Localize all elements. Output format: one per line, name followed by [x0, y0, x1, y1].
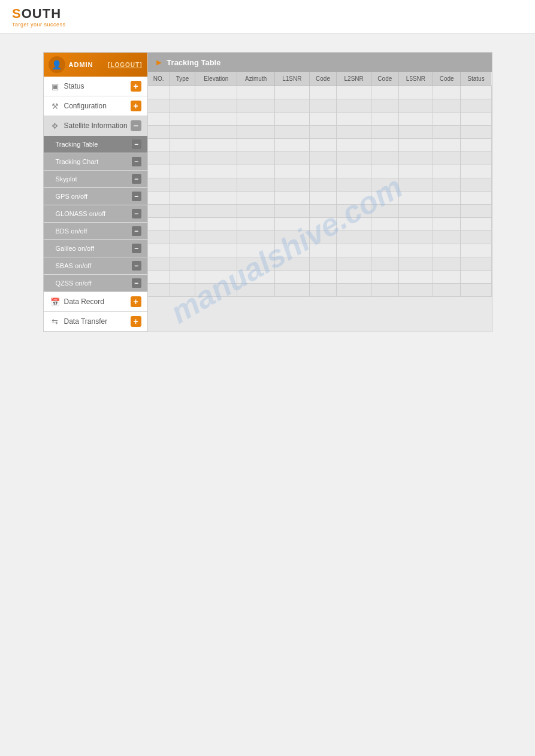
sidebar-sub-sbas-onoff[interactable]: SBAS on/off − [44, 257, 147, 275]
table-row [148, 284, 492, 297]
satellite-toggle[interactable]: − [131, 120, 141, 131]
skyplot-toggle[interactable]: − [132, 174, 141, 184]
sidebar-sub-tracking-table[interactable]: Tracking Table − [44, 136, 147, 153]
tracking-chart-label: Tracking Chart [56, 158, 132, 165]
galileo-onoff-toggle[interactable]: − [132, 244, 141, 253]
sidebar-sub-galileo-onoff[interactable]: Galileo on/off − [44, 240, 147, 257]
sidebar-item-status[interactable]: ▣ Status + [44, 77, 147, 96]
qzss-onoff-label: QZSS on/off [56, 280, 132, 287]
configuration-label: Configuration [64, 102, 131, 110]
col-l1snr: L1SNR [275, 72, 309, 86]
bds-onoff-toggle[interactable]: − [132, 226, 141, 236]
skyplot-label: Skyplot [56, 175, 132, 183]
table-row [148, 192, 492, 205]
logo-tagline: Target your success [12, 22, 66, 28]
data-record-label: Data Record [64, 297, 131, 306]
col-azimuth: Azimuth [237, 72, 275, 86]
sidebar: 👤 admin [logout] ▣ Status + ⚒ Configurat… [43, 52, 148, 332]
table-row [148, 165, 492, 178]
logo-rest: OUTH [22, 6, 61, 21]
username-label: admin [69, 61, 105, 68]
table-row [148, 244, 492, 257]
bds-onoff-label: BDS on/off [56, 227, 132, 235]
table-row [148, 205, 492, 218]
glonass-onoff-label: GLONASS on/off [56, 210, 132, 217]
sidebar-sub-qzss-onoff[interactable]: QZSS on/off − [44, 275, 147, 292]
col-code1: Code [309, 72, 337, 86]
col-l5snr: L5SNR [398, 72, 433, 86]
transfer-icon: ⇆ [50, 316, 61, 327]
logout-button[interactable]: [logout] [108, 62, 142, 68]
gps-onoff-label: GPS on/off [56, 193, 132, 200]
table-row [148, 231, 492, 244]
tracking-table: NO. Type Elevation Azimuth L1SNR Code L2… [148, 72, 492, 297]
calendar-icon: 📅 [50, 296, 61, 307]
table-row [148, 178, 492, 192]
table-row [148, 86, 492, 99]
col-no: NO. [148, 72, 170, 86]
logo: SOUTH Target your success [12, 6, 66, 28]
galileo-onoff-label: Galileo on/off [56, 245, 132, 252]
configuration-toggle[interactable]: + [131, 101, 141, 111]
table-row [148, 271, 492, 284]
satellite-label: Satellite Information [64, 122, 131, 130]
qzss-onoff-toggle[interactable]: − [132, 278, 141, 288]
tracking-chart-toggle[interactable]: − [132, 157, 141, 166]
table-row [148, 218, 492, 231]
main-container: 👤 admin [logout] ▣ Status + ⚒ Configurat… [43, 52, 492, 332]
table-row [148, 152, 492, 165]
sidebar-sub-tracking-chart[interactable]: Tracking Chart − [44, 153, 147, 171]
content-area: ► Tracking Table NO. Type Elevation Azim… [148, 52, 492, 332]
header: SOUTH Target your success [0, 0, 535, 34]
data-transfer-toggle[interactable]: + [131, 316, 141, 327]
tracking-table-toggle[interactable]: − [132, 139, 141, 149]
sidebar-sub-gps-onoff[interactable]: GPS on/off − [44, 188, 147, 205]
sidebar-sub-bds-onoff[interactable]: BDS on/off − [44, 223, 147, 240]
table-header-row: NO. Type Elevation Azimuth L1SNR Code L2… [148, 72, 492, 86]
table-row [148, 99, 492, 113]
user-avatar-icon: 👤 [49, 56, 65, 73]
content-header: ► Tracking Table [148, 53, 492, 72]
sbas-onoff-label: SBAS on/off [56, 262, 132, 269]
wrench-icon: ⚒ [50, 101, 61, 111]
glonass-onoff-toggle[interactable]: − [132, 209, 141, 218]
col-code2: Code [371, 72, 398, 86]
satellite-icon: ✥ [50, 120, 61, 131]
col-status: Status [461, 72, 491, 86]
data-record-toggle[interactable]: + [131, 296, 141, 307]
logo-text: SOUTH [12, 6, 66, 22]
col-l2snr: L2SNR [337, 72, 371, 86]
table-row [148, 139, 492, 152]
sidebar-item-data-transfer[interactable]: ⇆ Data Transfer + [44, 312, 147, 332]
col-elevation: Elevation [195, 72, 237, 86]
data-transfer-label: Data Transfer [64, 317, 131, 326]
content-title: Tracking Table [167, 58, 220, 67]
col-code3: Code [433, 72, 461, 86]
welcome-banner: 👤 admin [logout] [44, 53, 147, 77]
sidebar-item-data-record[interactable]: 📅 Data Record + [44, 292, 147, 312]
col-type: Type [170, 72, 195, 86]
header-arrow-icon: ► [155, 57, 164, 67]
tracking-table-wrapper: NO. Type Elevation Azimuth L1SNR Code L2… [148, 72, 492, 297]
sidebar-item-configuration[interactable]: ⚒ Configuration + [44, 96, 147, 116]
sbas-onoff-toggle[interactable]: − [132, 261, 141, 271]
table-row [148, 126, 492, 139]
tracking-table-label: Tracking Table [56, 141, 132, 148]
logo-s: S [12, 6, 22, 21]
table-row [148, 257, 492, 271]
table-row [148, 113, 492, 126]
sidebar-sub-skyplot[interactable]: Skyplot − [44, 171, 147, 188]
status-toggle[interactable]: + [131, 81, 141, 92]
sidebar-sub-glonass-onoff[interactable]: GLONASS on/off − [44, 205, 147, 223]
status-label: Status [64, 82, 131, 90]
sidebar-item-satellite[interactable]: ✥ Satellite Information − [44, 116, 147, 136]
gps-onoff-toggle[interactable]: − [132, 192, 141, 201]
monitor-icon: ▣ [50, 81, 61, 92]
